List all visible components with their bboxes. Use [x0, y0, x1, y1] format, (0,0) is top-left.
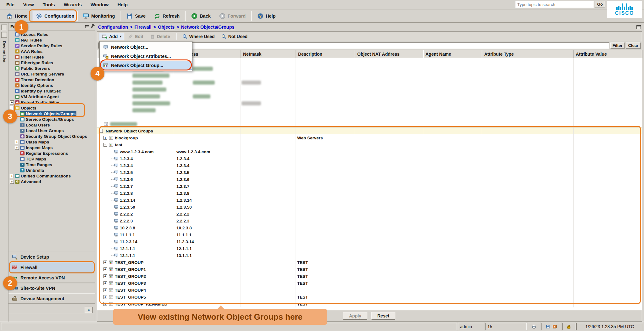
row-network-object-groups[interactable]: −Network Object Groups — [97, 127, 642, 134]
tree-item-aaa-rules[interactable]: AAAA Rules — [8, 48, 95, 54]
menu-file[interactable]: File — [2, 1, 19, 8]
tree-expander-icon[interactable]: + — [10, 180, 14, 184]
device-list-panel-icon[interactable] — [1, 25, 7, 30]
tree-item-url-filtering-servers[interactable]: ▧URL Filtering Servers — [8, 71, 95, 77]
breadcrumb-link-network-objects-groups[interactable]: Network Objects/Groups — [181, 25, 235, 30]
tree-item-tcp-maps[interactable]: ▦TCP Maps — [8, 156, 95, 162]
row-1-2-3-7[interactable]: 1.2.3.71.2.3.7 — [97, 183, 642, 190]
row-2-2-2-3[interactable]: 2.2.2.32.2.2.3 — [97, 217, 642, 224]
save-button[interactable]: Save — [123, 11, 149, 21]
tree-item-public-servers[interactable]: ▣Public Servers — [8, 65, 95, 71]
row-test-group4[interactable]: +TEST_GROUP4 — [97, 287, 642, 294]
row-1-2-3-4[interactable]: 1.2.3.41.2.3.4 — [97, 155, 642, 162]
row-10-2-3-8[interactable]: 10.2.3.810.2.3.8 — [97, 224, 642, 231]
row-redacted[interactable] — [97, 86, 642, 93]
device-list-pin-icon[interactable] — [1, 32, 7, 38]
menu-help[interactable]: Help — [113, 1, 132, 8]
row-2-2-2-2[interactable]: 2.2.2.22.2.2.2 — [97, 210, 642, 217]
tree-item-time-ranges[interactable]: ◔Time Ranges — [8, 162, 95, 167]
nav-site-to-site-vpn[interactable]: Site-to-Site VPN — [8, 283, 95, 293]
row-test-group2[interactable]: +TEST_GROUP2TEST — [97, 273, 642, 280]
row-redacted[interactable] — [97, 107, 642, 114]
tree-expander-icon[interactable]: − — [10, 106, 14, 110]
tree-item-regular-expressions[interactable]: RRegular Expressions — [8, 150, 95, 156]
tree-item-filter-rules[interactable]: ▦Filter Rules — [8, 54, 95, 60]
group-expander-icon[interactable]: + — [103, 295, 107, 299]
monitoring-button[interactable]: Monitoring — [79, 11, 118, 21]
tree-item-service-objects-groups[interactable]: ▦Service Objects/Groups — [8, 116, 95, 122]
column-header-object-nat-address[interactable]: Object NAT Address — [355, 50, 423, 58]
filter-button[interactable]: Filter — [610, 42, 625, 49]
configuration-button[interactable]: Configuration — [32, 11, 78, 21]
tree-item-identity-options[interactable]: ●Identity Options — [8, 82, 95, 88]
menu-item-network-object-attributes[interactable]: Network Object Attributes... — [100, 52, 192, 61]
tree-item-unified-communications[interactable]: +☎Unified Communications — [8, 173, 95, 179]
row-test-group3[interactable]: +TEST_GROUP3TEST — [97, 280, 642, 287]
group-expander-icon[interactable]: + — [103, 281, 107, 285]
breadcrumb-link-firewall[interactable]: Firewall — [135, 25, 152, 30]
apply-button[interactable]: Apply — [343, 312, 367, 320]
nav-device-management[interactable]: Device Management — [8, 293, 95, 304]
group-expander-icon[interactable]: + — [103, 274, 107, 278]
search-input[interactable] — [515, 1, 594, 8]
tree-item-ethertype-rules[interactable]: ▨Ethertype Rules — [8, 60, 95, 65]
row-www-1-2-3-4-com[interactable]: www.1.2.3.4.comwww.1.2.3.4.com — [97, 148, 642, 155]
tree-item-umbrella[interactable]: ☂Umbrella — [8, 167, 95, 173]
breadcrumb-link-configuration[interactable]: Configuration — [98, 25, 128, 30]
tree-item-nat-rules[interactable]: ▥NAT Rules — [8, 37, 95, 43]
reset-button[interactable]: Reset — [371, 312, 395, 320]
group-expander-icon[interactable]: + — [103, 136, 107, 140]
pin-icon[interactable] — [91, 25, 93, 28]
column-header-netmask[interactable]: Netmask — [241, 50, 296, 58]
not-used-button[interactable]: Not Used — [218, 33, 250, 40]
where-used-button[interactable]: Where Used — [179, 33, 218, 40]
row-test-group-renamed[interactable]: +TEST_GROUP_RENAMEDTEST — [97, 300, 642, 307]
tree-item-inspect-maps[interactable]: +▥Inspect Maps — [8, 145, 95, 150]
menu-view[interactable]: View — [19, 1, 38, 8]
refresh-button[interactable]: Refresh — [150, 11, 183, 21]
column-header-attribute-value[interactable]: Attribute Value — [574, 50, 642, 58]
home-button[interactable]: Home — [3, 11, 31, 21]
nav-firewall[interactable]: Firewall — [8, 262, 95, 272]
row-12-1-1-1[interactable]: 12.1.1.112.1.1.1 — [97, 245, 642, 252]
row-1-2-3-6[interactable]: 1.2.3.61.2.3.6 — [97, 176, 642, 183]
group-expander-icon[interactable]: + — [103, 267, 107, 271]
tree-item-botnet-traffic-filter[interactable]: +◆Botnet Traffic Filter — [8, 99, 95, 105]
tree-item-local-users[interactable]: ◗Local Users — [8, 122, 95, 128]
delete-button[interactable]: Delete — [147, 33, 173, 40]
row-redacted[interactable] — [97, 100, 642, 107]
tree-item-network-objects-groups[interactable]: ▦Network Objects/Groups — [8, 111, 95, 116]
row-blockgroup[interactable]: +blockgroupWeb Servers — [97, 134, 642, 141]
column-header-attribute-type[interactable]: Attribute Type — [482, 50, 574, 58]
section-expander-icon[interactable]: − — [99, 129, 103, 133]
breadcrumb-link-objects[interactable]: Objects — [158, 25, 175, 30]
row-1-2-3-8[interactable]: 1.2.3.81.2.3.8 — [97, 190, 642, 197]
row-redacted[interactable] — [97, 114, 642, 121]
row-redacted[interactable] — [97, 93, 642, 100]
group-expander-icon[interactable]: + — [103, 261, 107, 264]
menu-item-network-object-group[interactable]: Network Object Group... — [100, 61, 192, 70]
tree-item-local-user-groups[interactable]: ◖Local User Groups — [8, 128, 95, 133]
edit-button[interactable]: Edit — [125, 33, 146, 40]
row-11-2-3-14[interactable]: 11.2.3.1411.2.3.14 — [97, 238, 642, 245]
tree-expander-icon[interactable]: + — [15, 140, 19, 144]
row-redacted[interactable] — [97, 79, 642, 86]
row-redacted[interactable] — [97, 72, 642, 79]
row-1-2-3-50[interactable]: 1.2.3.501.2.3.50 — [97, 204, 642, 210]
row-11-1-1-1[interactable]: 11.1.1.111.1.1.1 — [97, 231, 642, 238]
go-button[interactable]: Go — [595, 1, 605, 8]
row-13-1-1-1[interactable]: 13.1.1.113.1.1.1 — [97, 252, 642, 259]
row-test[interactable]: −test — [97, 141, 642, 148]
back-button[interactable]: Back — [187, 11, 214, 21]
row-test-group5[interactable]: +TEST_GROUP5TEST — [97, 294, 642, 300]
row-test-group1[interactable]: +TEST_GROUP1TEST — [97, 266, 642, 273]
row-redacted[interactable] — [97, 121, 642, 127]
menu-window[interactable]: Window — [86, 1, 113, 8]
tree-expander-icon[interactable]: + — [10, 174, 14, 178]
tree-item-security-group-object-groups[interactable]: ◍Security Group Object Groups — [8, 133, 95, 139]
column-header-description[interactable]: Description — [296, 50, 355, 58]
tree-item-objects[interactable]: −▨Objects — [8, 105, 95, 111]
tree-item-vm-attribute-agent[interactable]: ▩VM Attribute Agent — [8, 94, 95, 99]
float-panel-icon[interactable] — [85, 25, 89, 28]
column-header-agent-name[interactable]: Agent Name — [423, 50, 482, 58]
